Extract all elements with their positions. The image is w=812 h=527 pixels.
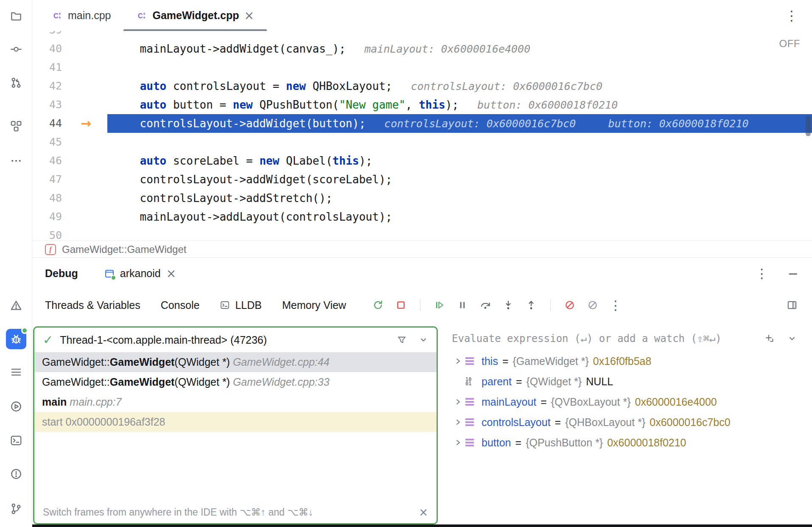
- gutter[interactable]: 50: [32, 226, 107, 241]
- evaluate-expression-field[interactable]: Evaluate expression (↵) or add a watch (…: [446, 326, 812, 351]
- gutter[interactable]: 42: [32, 77, 107, 95]
- variable-row[interactable]: button={QPushButton *}0x6000018f0210: [446, 432, 812, 453]
- project-button[interactable]: [6, 6, 26, 26]
- variable-row[interactable]: this={GameWidget *}0x16f0fb5a8: [446, 351, 812, 371]
- tab-label: GameWidget.cpp: [152, 9, 239, 22]
- code-line[interactable]: 49 mainLayout->addLayout(controlsLayout)…: [32, 207, 812, 226]
- step-over-button[interactable]: [476, 296, 494, 314]
- variable-row[interactable]: controlsLayout={QHBoxLayout *}0x6000016c…: [446, 412, 812, 432]
- commit-button[interactable]: [6, 39, 26, 59]
- todo-button[interactable]: [6, 362, 26, 382]
- code-line[interactable]: 50: [32, 226, 812, 241]
- problems-button[interactable]: [6, 464, 26, 484]
- gutter[interactable]: 44→: [32, 114, 107, 133]
- code-line[interactable]: 44→ controlsLayout->addWidget(button);co…: [32, 114, 812, 133]
- stack-frame-row[interactable]: GameWidget::GameWidget(QWidget *) GameWi…: [34, 352, 437, 372]
- editor-options-kebab-icon[interactable]: ⋮: [785, 8, 798, 24]
- tab-main-cpp[interactable]: C++ main.cpp: [39, 0, 123, 31]
- expand-chevron-icon[interactable]: [451, 398, 465, 405]
- step-out-button[interactable]: [522, 296, 540, 314]
- close-tab-icon[interactable]: ×: [244, 10, 254, 22]
- evaluate-placeholder: Evaluate expression (↵) or add a watch (…: [452, 333, 722, 345]
- chevron-down-icon[interactable]: [419, 335, 428, 345]
- code-line[interactable]: 39: [32, 31, 812, 39]
- code-editor[interactable]: 3940 mainLayout->addWidget(canvas_);main…: [32, 31, 812, 241]
- tab-threads-variables[interactable]: Threads & Variables: [45, 299, 140, 311]
- breadcrumb-function[interactable]: GameWidget::GameWidget: [62, 244, 186, 255]
- mute-breakpoints-button[interactable]: [561, 296, 579, 314]
- warnings-button[interactable]: [6, 295, 26, 316]
- more-tool-windows-button[interactable]: [6, 151, 26, 171]
- gutter[interactable]: 41: [32, 58, 107, 77]
- tab-console[interactable]: Console: [161, 299, 200, 311]
- expand-chevron-icon[interactable]: [451, 419, 465, 426]
- debug-tool-button[interactable]: [6, 329, 26, 349]
- version-control-button[interactable]: [6, 499, 26, 519]
- mute-breakpoints-icon: [564, 299, 576, 311]
- code-line[interactable]: 48 controlsLayout->addStretch();: [32, 189, 812, 207]
- filter-icon[interactable]: [397, 335, 407, 345]
- gutter[interactable]: 45: [32, 133, 107, 151]
- rerun-button[interactable]: [369, 296, 387, 314]
- tab-arkanoid-session[interactable]: arkanoid ×: [104, 267, 176, 280]
- code-line[interactable]: 42 auto controlsLayout = new QHBoxLayout…: [32, 77, 812, 95]
- step-into-button[interactable]: [499, 296, 517, 314]
- stop-button[interactable]: [392, 296, 410, 314]
- gutter[interactable]: 47: [32, 170, 107, 189]
- resume-button[interactable]: [431, 296, 448, 314]
- code-line[interactable]: 46 auto scoreLabel = new QLabel(this);: [32, 151, 812, 170]
- gutter[interactable]: 46: [32, 151, 107, 170]
- stack-frame-row[interactable]: main main.cpp:7: [34, 392, 437, 412]
- pull-requests-button[interactable]: [6, 73, 26, 93]
- code-line[interactable]: 41: [32, 58, 812, 77]
- object-icon: [465, 357, 482, 365]
- minimize-icon[interactable]: −: [788, 266, 798, 281]
- stack-frame-row[interactable]: GameWidget::GameWidget(QWidget *) GameWi…: [34, 372, 437, 392]
- gutter[interactable]: 48: [32, 189, 107, 207]
- thread-selector[interactable]: ✓ Thread-1-<com.apple.main-thread> (4723…: [34, 328, 437, 352]
- pause-button[interactable]: [454, 296, 471, 314]
- stack-frame-row[interactable]: start 0x0000000196af3f28: [34, 412, 437, 432]
- add-watch-icon[interactable]: [764, 334, 775, 344]
- layout-settings-button[interactable]: [783, 296, 801, 314]
- code-line[interactable]: 40 mainLayout->addWidget(canvas_);mainLa…: [32, 39, 812, 58]
- code-token: controlsLayout->addWidget(scoreLabel);: [113, 173, 392, 186]
- editor-scrollbar[interactable]: [806, 116, 811, 136]
- tab-gamewidget-cpp[interactable]: C++ GameWidget.cpp ×: [123, 0, 266, 31]
- editor-tab-bar: C++ main.cpp C++ GameWidget.cpp × ⋮: [32, 0, 812, 31]
- dismiss-hint-icon[interactable]: ×: [419, 507, 428, 518]
- gutter[interactable]: 39: [32, 31, 107, 39]
- variable-row[interactable]: mainLayout={QVBoxLayout *}0x6000016e4000: [446, 392, 812, 412]
- frame-text: [67, 396, 70, 408]
- code-line[interactable]: 45: [32, 133, 812, 151]
- expand-chevron-icon[interactable]: [451, 439, 465, 446]
- debug-options-kebab-icon[interactable]: ⋮: [756, 266, 768, 281]
- app-window-icon: [104, 269, 115, 279]
- code-line[interactable]: 43 auto button = new QPushButton("New ga…: [32, 95, 812, 114]
- more-icon: [10, 154, 22, 167]
- svg-text:+: +: [143, 15, 146, 20]
- tab-lldb[interactable]: LLDB: [220, 299, 262, 311]
- structure-button[interactable]: [6, 116, 26, 136]
- close-session-icon[interactable]: ×: [166, 268, 176, 280]
- frame-text: start: [42, 416, 66, 428]
- frame-text: main.cpp:7: [70, 396, 121, 408]
- tab-label: LLDB: [235, 299, 262, 311]
- chevron-down-icon[interactable]: [787, 334, 797, 343]
- gutter[interactable]: 40: [32, 39, 107, 58]
- code-text: [107, 58, 812, 77]
- tab-memory-view[interactable]: Memory View: [282, 299, 346, 311]
- terminal-button[interactable]: [6, 430, 26, 451]
- code-line[interactable]: 47 controlsLayout->addWidget(scoreLabel)…: [32, 170, 812, 189]
- expand-chevron-icon[interactable]: [451, 358, 465, 364]
- services-button[interactable]: [6, 396, 26, 417]
- debug-panel-header: Debug arkanoid × ⋮ −: [32, 258, 812, 289]
- eye-off-button[interactable]: [584, 296, 602, 314]
- more-actions-button[interactable]: ⋮: [607, 296, 624, 314]
- variable-row[interactable]: 10 01parent={QWidget *}NULL: [446, 371, 812, 392]
- gutter[interactable]: 43: [32, 95, 107, 114]
- code-token: controlsLayout =: [166, 80, 286, 93]
- gutter[interactable]: 49: [32, 207, 107, 226]
- inline-debugger-hint: button: 0x6000018f0210: [477, 99, 618, 111]
- variable-type: {QWidget *}: [526, 376, 582, 388]
